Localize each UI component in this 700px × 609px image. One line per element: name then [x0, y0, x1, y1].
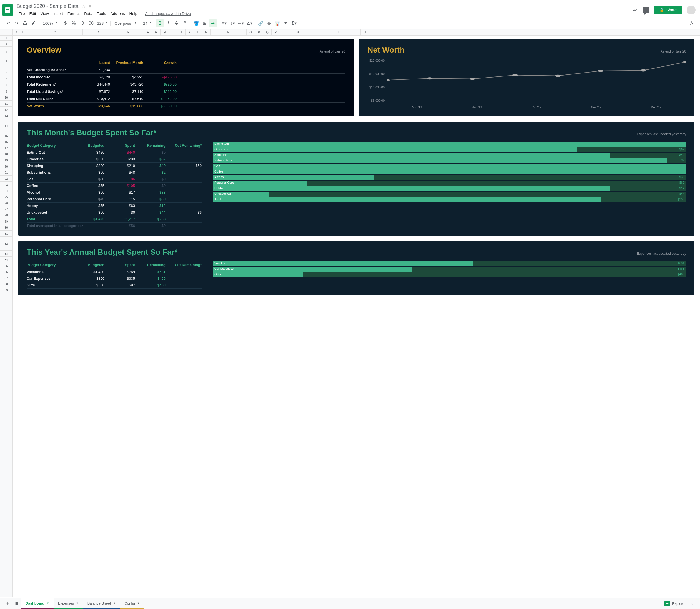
col-header-T[interactable]: T [316, 29, 361, 35]
font-select[interactable]: Overpass [112, 20, 137, 27]
zoom-select[interactable]: 100% [41, 20, 58, 27]
horizontal-align-button[interactable]: ≡▾ [221, 19, 228, 27]
row-header-13[interactable]: 13 [0, 113, 13, 119]
row-header-15[interactable]: 15 [0, 133, 13, 139]
redo-button[interactable]: ↷ [13, 19, 20, 27]
col-header-E[interactable]: E [113, 29, 144, 35]
row-header-37[interactable]: 37 [0, 275, 13, 281]
row-header-1[interactable]: 1 [0, 36, 13, 40]
row-header-22[interactable]: 22 [0, 176, 13, 182]
spreadsheet-content[interactable]: Overview As end of Jan '20 Latest Previo… [13, 36, 700, 597]
currency-button[interactable]: $ [62, 19, 69, 27]
row-header-33[interactable]: 33 [0, 250, 13, 257]
fill-color-button[interactable]: 🪣 [192, 19, 200, 27]
row-header-4[interactable]: 4 [0, 58, 13, 64]
vertical-align-button[interactable]: ↕▾ [229, 19, 237, 27]
col-header-I[interactable]: I [169, 29, 177, 35]
col-header-C[interactable]: C [27, 29, 83, 35]
strikethrough-button[interactable]: S [173, 19, 180, 27]
row-header-32[interactable]: 32 [0, 237, 13, 250]
row-header-23[interactable]: 23 [0, 182, 13, 188]
row-header-11[interactable]: 11 [0, 101, 13, 107]
col-header-L[interactable]: L [194, 29, 202, 35]
star-icon[interactable]: ☆ [82, 4, 86, 9]
row-header-7[interactable]: 7 [0, 76, 13, 82]
row-header-39[interactable]: 39 [0, 287, 13, 293]
row-header-38[interactable]: 38 [0, 281, 13, 287]
paint-format-button[interactable]: 🖌 [30, 19, 37, 27]
row-header-18[interactable]: 18 [0, 151, 13, 157]
decrease-decimals-button[interactable]: .0 [78, 19, 86, 27]
col-header-K[interactable]: K [186, 29, 194, 35]
col-header-V[interactable]: V [369, 29, 374, 35]
row-header-6[interactable]: 6 [0, 70, 13, 76]
account-avatar[interactable] [687, 5, 696, 15]
col-header-D[interactable]: D [83, 29, 113, 35]
row-header-26[interactable]: 26 [0, 200, 13, 206]
menu-view[interactable]: View [39, 10, 51, 17]
menu-insert[interactable]: Insert [51, 10, 65, 17]
col-header-B[interactable]: B [20, 29, 27, 35]
col-header-M[interactable]: M [202, 29, 211, 35]
row-header-20[interactable]: 20 [0, 163, 13, 170]
filter-button[interactable]: ▼ [282, 19, 290, 27]
insert-link-button[interactable]: 🔗 [257, 19, 265, 27]
menu-tools[interactable]: Tools [95, 10, 108, 17]
bold-button[interactable]: B [156, 19, 164, 27]
number-format-select[interactable]: 123 [95, 20, 109, 27]
row-header-35[interactable]: 35 [0, 263, 13, 269]
move-folder-icon[interactable]: ■ [89, 4, 92, 8]
doc-title[interactable]: Budget 2020 - Sample Data [17, 3, 78, 9]
text-wrap-button[interactable]: ↵▾ [237, 19, 245, 27]
row-header-10[interactable]: 10 [0, 94, 13, 101]
col-header-O[interactable]: O [247, 29, 255, 35]
col-header-G[interactable]: G [152, 29, 160, 35]
sheets-logo-icon[interactable] [2, 4, 13, 16]
col-header-F[interactable]: F [144, 29, 152, 35]
row-header-31[interactable]: 31 [0, 231, 13, 237]
menu-format[interactable]: Format [66, 10, 82, 17]
col-header-J[interactable]: J [177, 29, 186, 35]
row-header-28[interactable]: 28 [0, 212, 13, 219]
comments-icon[interactable] [643, 7, 649, 13]
italic-button[interactable]: I [164, 19, 172, 27]
row-header-34[interactable]: 34 [0, 257, 13, 263]
borders-button[interactable]: ⊞ [201, 19, 209, 27]
menu-edit[interactable]: Edit [28, 10, 38, 17]
row-header-36[interactable]: 36 [0, 269, 13, 275]
activity-icon[interactable] [632, 7, 638, 13]
row-header-5[interactable]: 5 [0, 64, 13, 70]
row-header-25[interactable]: 25 [0, 194, 13, 200]
menu-file[interactable]: File [17, 10, 27, 17]
row-header-16[interactable]: 16 [0, 139, 13, 145]
collapse-toolbar-button[interactable]: ᐱ [688, 19, 696, 27]
increase-decimals-button[interactable]: .00 [87, 19, 94, 27]
merge-cells-button[interactable]: ⬌ [209, 19, 217, 27]
col-header-R[interactable]: R [272, 29, 280, 35]
col-header-U[interactable]: U [361, 29, 369, 35]
menu-data[interactable]: Data [82, 10, 94, 17]
row-header-12[interactable]: 12 [0, 107, 13, 113]
row-header-19[interactable]: 19 [0, 157, 13, 163]
text-color-button[interactable]: A [181, 19, 189, 27]
col-header-H[interactable]: H [160, 29, 169, 35]
col-header-Q[interactable]: Q [263, 29, 272, 35]
share-button[interactable]: 🔒Share [654, 5, 682, 15]
row-header-3[interactable]: 3 [0, 47, 13, 58]
row-header-30[interactable]: 30 [0, 225, 13, 231]
functions-button[interactable]: Σ▾ [290, 19, 298, 27]
saved-status[interactable]: All changes saved in Drive [143, 10, 193, 17]
row-header-8[interactable]: 8 [0, 82, 13, 88]
select-all-cell[interactable] [0, 29, 13, 35]
text-rotation-button[interactable]: ∠▾ [246, 19, 253, 27]
row-header-9[interactable]: 9 [0, 88, 13, 94]
undo-button[interactable]: ↶ [4, 19, 12, 27]
row-header-24[interactable]: 24 [0, 188, 13, 194]
row-header-2[interactable]: 2 [0, 40, 13, 47]
font-size-select[interactable]: 24 [141, 20, 153, 27]
row-header-27[interactable]: 27 [0, 206, 13, 212]
insert-chart-button[interactable]: 📊 [274, 19, 281, 27]
row-header-29[interactable]: 29 [0, 219, 13, 225]
print-button[interactable]: 🖶 [21, 19, 29, 27]
col-header-A[interactable]: A [13, 29, 20, 35]
